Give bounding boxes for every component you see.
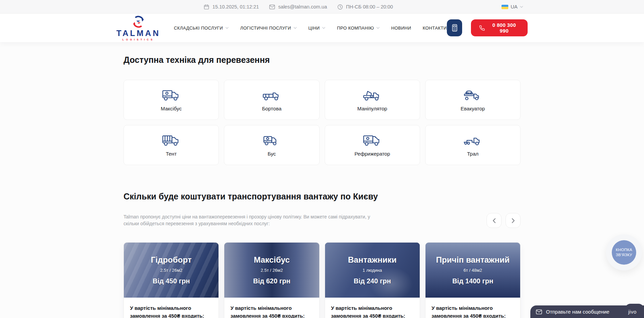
pricing-card-price: Від 620 грн [253,277,290,285]
pricing-card-cargo-trailer: Причіп вантажний 6т / 48м2 Від 1400 грн … [425,242,520,318]
logo-tagline: LOGISTICS [122,38,154,41]
datetime-text: 15.10.2025, 01:12:21 [212,4,259,10]
chevron-down-icon [322,27,325,29]
pricing-description: Talman пропонує доступні ціни на вантажо… [124,214,382,227]
menu-item-prices[interactable]: ЦІНИ [308,25,326,31]
vehicle-card-van[interactable]: Бус [224,125,319,165]
pricing-intro-row: Talman пропонує доступні ціни на вантажо… [124,213,520,228]
chevron-down-icon [225,27,229,29]
topbar-info: 15.10.2025, 01:12:21 sales@talman.com.ua… [204,0,393,14]
vehicle-label: Рефрижератор [355,151,390,157]
language-code: UA [511,4,517,10]
pricing-card-image: Вантажники 1 людина Від 240 грн [325,243,420,298]
language-selector[interactable]: UA [501,0,523,14]
chevron-left-icon [493,218,496,223]
page: 15.10.2025, 01:12:21 sales@talman.com.ua… [0,0,644,318]
vehicles-section-title: Доступна техніка для перевезення [124,42,520,65]
logo-emblem-icon [131,15,146,29]
header: TALMAN LOGISTICS СКЛАДСЬКІ ПОСЛУГИ ЛОГІС… [0,14,644,42]
van-icon [262,134,282,147]
calculator-icon [450,23,459,33]
pricing-card-movers: Вантажники 1 людина Від 240 грн У вартіс… [325,242,420,318]
clock-icon [337,4,343,10]
chevron-down-icon [520,6,523,8]
vehicle-card-flatbed[interactable]: Бортова [224,80,319,120]
vehicle-card-tent[interactable]: Тент [124,125,219,165]
vehicle-card-tow[interactable]: Евакуатор [425,80,520,120]
main-content: Доступна техніка для перевезення Максібу… [124,42,520,318]
menu-item-logistics-services[interactable]: ЛОГІСТИЧНІ ПОСЛУГИ [240,25,297,31]
header-actions: 0 800 300 990 [447,19,528,36]
menu-item-about[interactable]: ПРО КОМПАНІЮ [337,25,380,31]
callback-label-line2: ЗВ'ЯЗКУ [616,252,632,258]
vehicle-card-fridge[interactable]: Рефрижератор [325,125,420,165]
menu-label: ЛОГІСТИЧНІ ПОСЛУГИ [240,25,291,31]
callback-button[interactable]: КНОПКА ЗВ'ЯЗКУ [612,240,636,265]
pricing-card-image: Причіп вантажний 6т / 48м2 Від 1400 грн [425,243,520,298]
carousel-next-button[interactable] [506,213,520,228]
fridge-truck-icon [362,134,382,147]
pricing-cards: Гідроборт 2.5т / 26м2 Від 450 грн У варт… [124,242,520,318]
tent-truck-icon [162,134,181,147]
pricing-card-title: Гідроборт [151,255,191,265]
chevron-right-icon [512,218,515,223]
phone-button[interactable]: 0 800 300 990 [471,19,528,36]
boxtruck-icon [162,89,181,102]
lowloader-truck-icon [463,134,482,147]
calculator-button[interactable] [447,19,462,36]
phone-number: 0 800 300 990 [489,22,519,34]
pricing-card-hydroboard: Гідроборт 2.5т / 26м2 Від 450 грн У варт… [124,242,219,318]
pricing-card-title: Причіп вантажний [436,255,510,265]
pricing-card-image: Гідроборт 2.5т / 26м2 Від 450 грн [124,243,219,298]
logo[interactable]: TALMAN LOGISTICS [116,15,160,41]
vehicle-label: Евакуатор [461,106,485,111]
pricing-card-price: Від 1400 грн [452,277,493,285]
menu-label: НОВИНИ [391,25,411,31]
vehicle-label: Маніпулятор [357,106,387,111]
menu-label: КОНТАКТИ [423,25,447,31]
crane-truck-icon [362,89,382,102]
chat-widget[interactable]: Отправьте нам сообщение jivo [530,305,644,318]
envelope-icon [269,4,275,10]
pricing-card-title: Вантажники [348,255,396,265]
pricing-card-spec: 2.5т / 26м2 [160,268,183,273]
logo-name: TALMAN [116,29,160,37]
pricing-section-title: Скільки буде коштувати транспортування в… [124,192,520,201]
calendar-icon [204,4,209,10]
email[interactable]: sales@talman.com.ua [269,4,327,10]
carousel-controls [487,213,520,228]
vehicle-label: Тент [166,151,177,157]
menu-label: ЦІНИ [308,25,320,31]
ukraine-flag-icon [501,5,508,9]
chat-label: Отправьте нам сообщение [546,309,609,315]
pricing-card-note: У вартість мінімального замовлення за 45… [130,304,212,318]
menu-label: ПРО КОМПАНІЮ [337,25,374,31]
pricing-card-spec: 2.5т / 26м2 [261,268,283,273]
main-menu: СКЛАДСЬКІ ПОСЛУГИ ЛОГІСТИЧНІ ПОСЛУГИ ЦІН… [174,25,447,31]
vehicle-label: Бус [268,151,276,157]
pricing-card-spec: 1 людина [363,268,382,273]
pricing-card-note: У вартість мінімального замовлення за 45… [331,304,414,318]
pricing-card-price: Від 450 грн [153,277,190,285]
menu-item-contacts[interactable]: КОНТАКТИ [423,25,447,31]
vehicle-card-crane[interactable]: Маніпулятор [325,80,420,120]
chevron-down-icon [376,27,380,29]
vehicle-label: Трал [467,151,478,157]
vehicle-card-lowloader[interactable]: Трал [425,125,520,165]
working-hours: ПН-СБ 08:00 – 20:00 [337,4,393,10]
carousel-prev-button[interactable] [487,213,501,228]
vehicle-card-maxibus[interactable]: Максібус [124,80,219,120]
phone-icon [479,25,485,31]
hours-text: ПН-СБ 08:00 – 20:00 [346,4,393,10]
menu-label: СКЛАДСЬКІ ПОСЛУГИ [174,25,223,31]
email-text: sales@talman.com.ua [278,4,327,10]
vehicles-grid: Максібус Бортова Маніпулятор Евакуатор Т… [124,80,520,165]
vehicle-label: Бортова [262,106,281,111]
vehicle-label: Максібус [161,106,182,111]
menu-item-news[interactable]: НОВИНИ [391,25,411,31]
callback-label-line1: КНОПКА [616,247,632,252]
pricing-card-image: Максібус 2.5т / 26м2 Від 620 грн [224,243,319,298]
chat-envelope-icon [535,309,543,315]
menu-item-warehouse-services[interactable]: СКЛАДСЬКІ ПОСЛУГИ [174,25,229,31]
flatbed-truck-icon [262,89,282,102]
